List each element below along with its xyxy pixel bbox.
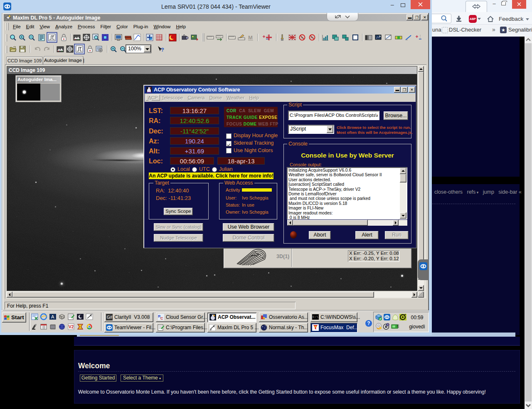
svg-text:A: A: [51, 314, 54, 319]
svg-text:M: M: [248, 34, 253, 41]
svg-text:V2: V2: [69, 325, 74, 329]
svg-text:?: ?: [161, 47, 164, 53]
svg-text:PI: PI: [311, 36, 314, 39]
svg-text:C:\: C:\: [313, 315, 319, 319]
svg-text:C: C: [160, 316, 163, 320]
svg-text:f: f: [397, 325, 398, 328]
svg-text:G#: G#: [107, 315, 113, 320]
svg-text:N: N: [301, 36, 303, 39]
